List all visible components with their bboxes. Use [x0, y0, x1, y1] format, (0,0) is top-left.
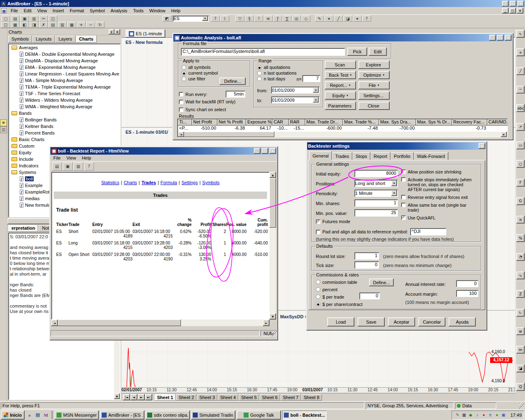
settings-checkbox[interactable]	[401, 203, 406, 207]
help-icon[interactable]: ?	[84, 162, 94, 171]
results-column-header[interactable]: CAR	[272, 119, 289, 126]
run-every-checkbox[interactable]	[179, 92, 183, 96]
save-icon[interactable]: ▣	[63, 162, 73, 171]
crosshair-tool-icon[interactable]: +	[516, 48, 525, 56]
results-column-header[interactable]: Max. Trade Dr...	[305, 119, 343, 126]
commission-radio[interactable]	[316, 280, 320, 284]
task-button[interactable]: Simulated Tradin...	[191, 411, 235, 420]
results-column-header[interactable]: Max. Trade %...	[343, 119, 379, 126]
tree-item[interactable]: Basic Charts	[9, 136, 120, 143]
close-icon[interactable]: ×	[518, 1, 524, 7]
results-column-header[interactable]: CAR/MD...	[487, 119, 508, 126]
open-icon[interactable]: ▤	[52, 162, 62, 171]
dialog-button[interactable]: Load	[327, 317, 354, 326]
print-icon[interactable]: ▥	[73, 162, 83, 171]
menu-item[interactable]: Help	[168, 7, 183, 14]
tray-keyboard-icon[interactable]: ▦	[461, 412, 467, 418]
trendline-tool-icon[interactable]: ╱	[516, 67, 525, 75]
tray-pen-icon[interactable]: ✎	[454, 412, 461, 418]
horizontal-line-tool-icon[interactable]: ─	[516, 86, 525, 94]
results-column-header[interactable]: Net Profit	[192, 119, 217, 126]
filter-icon[interactable]: ▽	[235, 16, 244, 22]
ellipse-tool-icon[interactable]: ○	[516, 160, 525, 168]
radio-button[interactable]: ●	[182, 71, 186, 75]
round-lot-field[interactable]: 1	[354, 252, 379, 260]
scroll-down-icon[interactable]: ▼	[269, 313, 276, 320]
positions-arrow-icon[interactable]: ▼	[391, 180, 397, 186]
menu-item[interactable]: Tools	[130, 7, 146, 14]
report-nav-link[interactable]: Symbols	[202, 180, 219, 185]
tree-item[interactable]: DEMA - Double Exponential Moving Average	[9, 51, 120, 57]
report-nav-link[interactable]: Settings	[181, 180, 198, 185]
trendline-icon[interactable]: ╱	[334, 16, 343, 22]
menu-item[interactable]: Format	[67, 7, 87, 14]
results-cell[interactable]: -15...	[289, 126, 305, 132]
save-icon[interactable]: ▣	[20, 16, 29, 22]
symbol-combobox-arrow-icon[interactable]: ▼	[202, 16, 208, 21]
settings-tab[interactable]: Walk-Forward	[414, 152, 448, 160]
aa-maximize-icon[interactable]: □	[497, 35, 504, 41]
new-icon[interactable]: ▢	[1, 16, 10, 22]
scan-icon[interactable]: ◎	[292, 16, 301, 22]
aa-action-button[interactable]: Settings...	[358, 91, 390, 100]
tray-browser-icon[interactable]: e	[487, 412, 493, 418]
zoom-out-icon[interactable]: −	[86, 22, 95, 28]
tray-chart-icon[interactable]: ▣	[500, 412, 507, 418]
wait-backfill-checkbox[interactable]	[179, 100, 183, 104]
aa-close-icon[interactable]: ×	[505, 35, 511, 41]
sheet-tab[interactable]: Sheet 3	[197, 394, 217, 401]
sheet-tab[interactable]: Sheet 1	[155, 394, 176, 401]
zigzag-tool-icon[interactable]: Z	[516, 290, 525, 298]
settings-close-icon[interactable]: ×	[479, 143, 485, 149]
results-cell[interactable]: -700.00	[379, 126, 416, 132]
quote-editor-icon[interactable]: §	[245, 16, 254, 22]
symbol-lookup-icon[interactable]: ?	[211, 16, 220, 22]
aa-action-button[interactable]: Scan	[325, 61, 356, 69]
info-icon[interactable]: i	[220, 16, 229, 22]
rectangle-tool-icon[interactable]: ▭	[516, 142, 525, 149]
periodicity-arrow-icon[interactable]: ▼	[391, 190, 397, 196]
panel-tab[interactable]: Symbols	[8, 36, 32, 43]
task-button[interactable]: AmiBroker - [ES ...	[100, 411, 144, 420]
tree-item[interactable]: Bands	[9, 110, 120, 116]
tree-item[interactable]: Averages	[9, 44, 120, 51]
results-cell[interactable]: -510.00	[192, 126, 217, 132]
new-window-icon[interactable]: ◫	[1, 22, 10, 28]
sync-chart-checkbox[interactable]	[179, 107, 183, 112]
aa-action-button[interactable]: Report... ▼	[325, 81, 356, 89]
trade-row[interactable]: ES Long 03/01/2007 16:18:00 4215 03/01/2…	[56, 241, 269, 250]
clock[interactable]: 17:49	[510, 413, 522, 418]
cut-icon[interactable]: ✂	[39, 16, 48, 22]
initial-equity-field[interactable]: 8000	[354, 170, 398, 177]
periodicity-dropdown[interactable]: 1 Minute ▼	[354, 189, 398, 197]
formula-editor-icon[interactable]: ƒ	[273, 16, 282, 22]
close-window-icon[interactable]: ✗	[39, 22, 48, 28]
settings-checkbox[interactable]	[401, 177, 406, 182]
pin-icon[interactable]: ↧	[109, 29, 114, 34]
trade-row[interactable]: ES Open Short 03/01/2007 19:28:00 4203 0…	[56, 252, 269, 261]
report-maximize-icon[interactable]: □	[262, 148, 268, 154]
scroll-down-icon[interactable]: ▼	[114, 393, 120, 399]
menu-item[interactable]: View	[34, 7, 50, 14]
prev-sheet-icon[interactable]: ◄	[130, 394, 137, 400]
tree-item[interactable]: MA - Simple Moving Average	[9, 77, 120, 84]
commission-radio[interactable]	[316, 294, 320, 299]
menu-item[interactable]: View	[64, 155, 79, 161]
dialog-button[interactable]: Cancelar	[418, 317, 445, 326]
from-date-arrow-icon[interactable]: ▼	[313, 87, 319, 93]
auto-analysis-icon[interactable]: ∑	[283, 16, 292, 22]
interest-rate-field[interactable]: 0	[456, 280, 478, 287]
aa-action-button[interactable]: Parameters	[325, 102, 356, 110]
gann-tool-icon[interactable]: G	[516, 197, 525, 205]
min-shares-field[interactable]: 1	[354, 199, 398, 207]
percent-tool-icon[interactable]: %	[516, 234, 525, 242]
aa-action-button[interactable]: Back Test ▼	[325, 71, 356, 79]
resize-grip[interactable]	[519, 403, 524, 409]
tray-online-icon[interactable]: ●	[493, 412, 500, 418]
task-button[interactable]: MSN Messenger	[55, 411, 99, 420]
aa-action-button[interactable]: Close	[358, 102, 390, 110]
settings-tab[interactable]: General	[309, 151, 332, 160]
report-titlebar[interactable]: ▤ boll - Backtest Report - HtmlView _ □ …	[50, 147, 277, 155]
angle-tool-icon[interactable]: ∟	[516, 309, 525, 317]
resize-grip[interactable]	[272, 331, 277, 336]
